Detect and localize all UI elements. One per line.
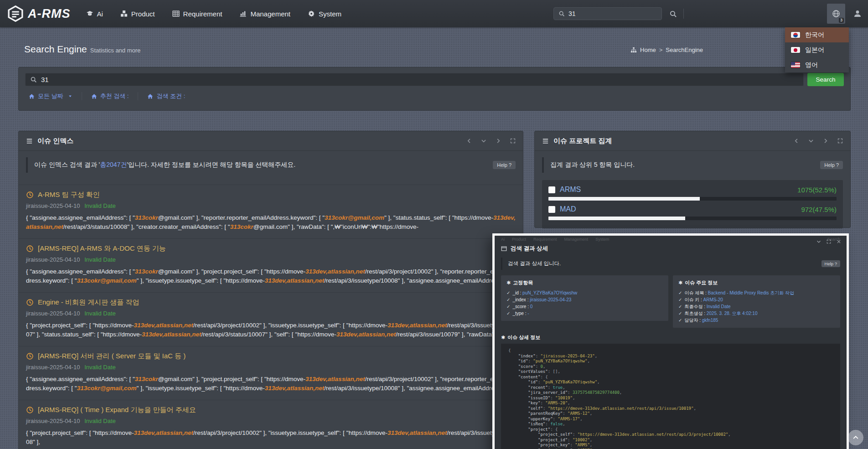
expand-icon[interactable] <box>510 138 516 144</box>
sitemap-icon <box>630 47 637 53</box>
breadcrumb-home[interactable]: Home <box>640 46 656 53</box>
issue-info-title: ✱이슈 주요 정보 <box>678 279 835 286</box>
chevron-right-icon[interactable] <box>823 138 828 144</box>
progress-fill <box>548 217 685 220</box>
clock-icon <box>26 191 34 199</box>
search-icon[interactable] <box>669 10 677 18</box>
brand-text: A-RMS <box>28 7 71 21</box>
help-badge[interactable]: Help ? <box>493 161 516 169</box>
help-badge[interactable]: Help ? <box>820 161 843 169</box>
brand-logo[interactable]: A-RMS <box>7 5 71 22</box>
issue-index-panel: 이슈 인덱스 이슈 인덱스 검색 결과 '총2047건'입니다. 자세한 정보를… <box>18 131 523 449</box>
nav-search-box[interactable] <box>553 7 662 20</box>
chevron-down-icon[interactable] <box>808 138 814 144</box>
issue-info-box: ✱이슈 주요 정보 ✓이슈 제목 : Backend - Middle Prox… <box>673 275 840 328</box>
chevron-left-icon[interactable] <box>794 138 799 144</box>
divider <box>683 9 684 19</box>
issue-list: A-RMS 팀 구성 확인 jiraissue-2025-04-10 Inval… <box>19 185 523 449</box>
nav-menu-item-management[interactable]: Management <box>239 10 290 18</box>
check-icon: ✓ <box>506 290 510 295</box>
issue-source: jiraissue-2025-04-10 <box>26 256 80 263</box>
help-badge[interactable]: Help ? <box>822 260 840 267</box>
language-dropdown: 한국어 일본어 영어 <box>785 27 849 72</box>
detail-field-row: ✓_score : 0 <box>506 303 663 310</box>
search-button[interactable]: Search <box>807 73 844 86</box>
issue-index-header: 이슈 인덱스 <box>19 131 523 151</box>
issue-date-status: Invalid Date <box>84 202 116 209</box>
detail-modal-titlebar: 검색 결과 상세 <box>495 243 847 254</box>
detail-field-row: ✓_id : puN_YZYBaKa7OYiqwshw <box>506 289 663 296</box>
main-menu: Ai Product Requirement Management System <box>86 10 342 18</box>
flag-icon <box>791 62 800 68</box>
clock-icon <box>26 352 34 360</box>
message-count: 총2047건 <box>100 161 127 168</box>
language-button[interactable]: 3 <box>827 4 845 24</box>
breadcrumb-current: SearchEngine <box>666 46 703 53</box>
minimize-icon[interactable] <box>816 239 821 244</box>
detail-boxes: ✱고정항목 ✓_id : puN_YZYBaKa7OYiqwshw ✓_inde… <box>501 275 840 328</box>
nav-menu-item-system[interactable]: System <box>308 10 341 18</box>
detail-field-row: ✓_type : - <box>506 310 663 317</box>
app-root: A-RMS Ai Product Requirement Management … <box>0 0 868 449</box>
flag-icon <box>791 32 800 38</box>
search-filter[interactable]: 모든 날짜 <box>25 92 82 100</box>
nav-item-icon <box>239 10 247 17</box>
checkbox[interactable] <box>548 206 555 213</box>
chevron-right-icon[interactable] <box>496 138 501 144</box>
navbar-right: 3 <box>553 4 862 24</box>
nav-search-input[interactable] <box>568 10 657 17</box>
aggregate-results: ARMS 1075(52.5%) MAD 972(47.5%) <box>542 180 843 228</box>
chevron-down-icon[interactable] <box>481 138 486 144</box>
check-icon: ✓ <box>678 318 682 323</box>
issue-detail-json[interactable]: { "index": "jiraissue-2025-04-23", "id":… <box>501 344 840 449</box>
issue-list-item: A-RMS 팀 구성 확인 jiraissue-2025-04-10 Inval… <box>19 185 523 239</box>
nav-menu-item-product[interactable]: Product <box>120 10 155 18</box>
detail-field-row: ✓최종수정 : Invalid Date <box>678 303 835 310</box>
issue-meta: jiraissue-2025-04-10 Invalid Date <box>26 310 516 317</box>
progress-fill <box>548 197 700 201</box>
close-icon[interactable] <box>837 239 841 244</box>
maximize-icon[interactable] <box>827 239 831 244</box>
check-icon: ✓ <box>506 311 510 316</box>
home-icon <box>91 93 97 99</box>
aggregate-message: 집계 결과 상위 5 항목 입니다. Help ? <box>542 157 843 173</box>
clock-icon <box>26 299 34 306</box>
project-name[interactable]: ARMS <box>560 186 581 194</box>
ghost-navbar: AiProductRequirementManagementSystemSear… <box>495 236 847 243</box>
language-option[interactable]: 일본어 <box>785 42 849 57</box>
issue-title-link[interactable]: [ARMS-REQ] 서버 관리 ( Server 모듈 및 IaC 등 ) <box>26 352 516 361</box>
language-count-badge: 3 <box>839 18 844 23</box>
issue-meta: jiraissue-2025-04-10 Invalid Date <box>26 364 516 371</box>
nav-item-icon <box>308 10 315 17</box>
language-option[interactable]: 한국어 <box>785 27 849 42</box>
issue-title-link[interactable]: A-RMS 팀 구성 확인 <box>26 191 516 199</box>
language-option[interactable]: 영어 <box>785 57 849 72</box>
scroll-to-top-button[interactable] <box>848 430 863 445</box>
issue-list-item: [ARMS-REQ] 서버 관리 ( Server 모듈 및 IaC 등 ) j… <box>19 346 523 400</box>
check-icon: ✓ <box>506 304 510 309</box>
project-name[interactable]: MAD <box>560 205 576 213</box>
search-detail-window: AiProductRequirementManagementSystemSear… <box>492 233 849 449</box>
clock-icon <box>26 245 34 253</box>
issue-title-link[interactable]: [ARMS-REQ] A-RMS 와 A-DOC 연동 기능 <box>26 244 516 253</box>
fixed-fields-box: ✱고정항목 ✓_id : puN_YZYBaKa7OYiqwshw ✓_inde… <box>501 275 668 321</box>
issue-source: jiraissue-2025-04-10 <box>26 364 80 371</box>
checkbox[interactable] <box>548 186 555 193</box>
search-filter[interactable]: 추천 검색 : <box>82 92 139 100</box>
issue-source: jiraissue-2025-04-10 <box>26 310 80 317</box>
issue-title-link[interactable]: [ARMS-REQ] ( Time ) Expand 기능을 만들어 주세요 <box>26 406 516 414</box>
nav-menu-item-requirement[interactable]: Requirement <box>172 10 222 18</box>
main-search-input[interactable] <box>41 76 799 83</box>
expand-icon[interactable] <box>837 138 843 144</box>
message-suffix: '입니다. 자세한 정보를 보시려면 해당 항목을 선택해주세요. <box>127 161 295 168</box>
user-icon[interactable] <box>853 10 862 18</box>
issue-title-link[interactable]: Engine - 비회원 게시판 샘플 작업 <box>26 298 516 307</box>
search-filter[interactable]: 검색 조건 : <box>138 92 194 100</box>
detail-field-row: ✓이슈 키 : ARMS-20 <box>678 296 835 303</box>
main-search-box[interactable] <box>25 73 804 86</box>
chevron-left-icon[interactable] <box>466 138 472 144</box>
panel-controls <box>794 138 843 144</box>
globe-icon <box>832 10 840 18</box>
nav-menu-item-ai[interactable]: Ai <box>86 10 103 18</box>
issue-source: jiraissue-2025-04-10 <box>26 418 80 424</box>
